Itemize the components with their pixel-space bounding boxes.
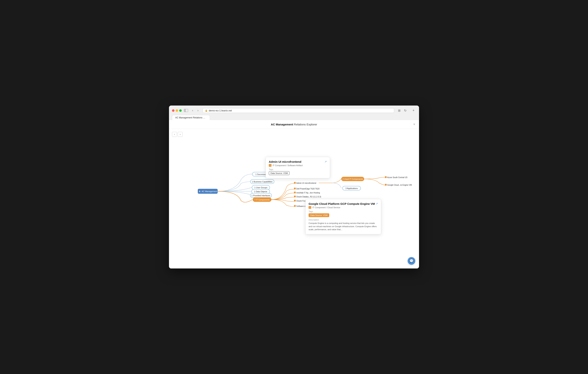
google-cloud-card-header: Google Cloud Platform GCP Compute Engine… (309, 202, 378, 209)
svg-text:1 Data Objects: 1 Data Objects (254, 190, 267, 193)
canvas-nav-left[interactable]: ‹ (172, 132, 177, 137)
google-cloud-type-badge: I (309, 206, 311, 209)
svg-text:Oracle Databa...R2 (11.2.0.3): Oracle Databa...R2 (11.2.0.3) (296, 196, 321, 198)
extensions-button[interactable]: ⊞ (397, 108, 402, 113)
sidebar-toggle-btn[interactable] (184, 109, 188, 112)
app-title-bold: AC Management (271, 123, 293, 126)
svg-rect-24 (294, 205, 296, 207)
minimize-traffic-light[interactable] (176, 109, 178, 112)
svg-text:Admin UI microfrontend: Admin UI microfrontend (296, 182, 316, 184)
app-header: AC Management Relations Explorer × (169, 120, 419, 129)
svg-rect-13 (294, 182, 296, 184)
google-cloud-tag: Data Source: VSM (309, 213, 329, 217)
google-cloud-tags-label: Tags (309, 210, 378, 213)
traffic-lights (172, 109, 182, 112)
admin-ui-card-subtitle: I IT Component / Software Artifact (269, 164, 303, 167)
google-cloud-type-text: IT Component / Cloud Service (312, 206, 340, 209)
google-cloud-card: Google Cloud Platform GCP Compute Engine… (305, 199, 381, 234)
svg-text:7 IT Components: 7 IT Components (254, 199, 270, 201)
admin-ui-tag: Data Source: VSM (269, 171, 289, 175)
svg-rect-22 (294, 200, 296, 202)
chat-button[interactable]: 💬 (408, 257, 415, 265)
admin-ui-card-title: Admin UI microfrontend (269, 160, 303, 163)
tab-bar: AC Management Relations Explorer (172, 115, 416, 120)
app-content: AC Management Relations Explorer × ‹ › A… (169, 120, 419, 268)
maximize-traffic-light[interactable] (179, 109, 182, 112)
google-cloud-external-link[interactable]: ↗ (376, 202, 378, 205)
google-cloud-desc-label: Description (309, 219, 378, 221)
google-cloud-card-subtitle: I IT Component / Cloud Service (309, 206, 376, 209)
url-text: demo-eu-1.leanix.net (209, 109, 232, 112)
svg-text:A
           AC Management: A AC Management (199, 190, 217, 192)
canvas-area: ‹ › A AC Management (169, 129, 419, 268)
lock-icon: 🔒 (205, 109, 208, 112)
svg-text:Dell PowerEdge T620 T620: Dell PowerEdge T620 T620 (296, 188, 320, 190)
svg-text:Google Cloud...te Engine VM: Google Cloud...te Engine VM (387, 184, 412, 186)
svg-text:Azure South Central US: Azure South Central US (387, 176, 408, 179)
new-tab-button[interactable]: + (411, 108, 416, 113)
svg-rect-32 (385, 184, 387, 186)
browser-chrome: ‹ › 🔒 demo-eu-1.leanix.net ⊞ ↻ + AC Mana… (169, 106, 419, 120)
nav-arrows: ‹ › (172, 132, 183, 137)
google-cloud-card-title: Google Cloud Platform GCP Compute Engine… (309, 202, 376, 205)
svg-text:1 User Groups: 1 User Groups (254, 186, 267, 189)
google-cloud-description: Compute Engine is a computing and hostin… (309, 222, 378, 231)
back-button[interactable]: ‹ (190, 108, 195, 113)
svg-text:2 Used IT Components: 2 Used IT Components (343, 178, 363, 180)
app-title: AC Management Relations Explorer (271, 123, 317, 126)
svg-text:meshlab IT Ap...tion Hosting: meshlab IT Ap...tion Hosting (296, 192, 320, 194)
svg-text:1 Provided Interfaces: 1 Provided Interfaces (251, 194, 270, 197)
app-title-rest: Relations Explorer (293, 123, 317, 126)
admin-ui-external-link[interactable]: ↗ (325, 160, 327, 163)
svg-rect-18 (294, 192, 296, 193)
svg-rect-30 (385, 176, 387, 178)
refresh-button[interactable]: ↻ (403, 108, 408, 113)
active-tab[interactable]: AC Management Relations Explorer (172, 115, 210, 120)
app-close-button[interactable]: × (413, 122, 415, 126)
mindmap-svg: A AC Management 1 Successo (169, 129, 419, 268)
canvas-nav-right[interactable]: › (178, 132, 183, 137)
admin-ui-card: Admin UI microfrontend I IT Component / … (266, 157, 330, 178)
browser-window: ‹ › 🔒 demo-eu-1.leanix.net ⊞ ↻ + AC Mana… (169, 106, 419, 268)
svg-text:3 Applications: 3 Applications (346, 187, 358, 190)
close-traffic-light[interactable] (172, 109, 174, 112)
admin-ui-type-text: IT Component / Software Artifact (273, 164, 303, 167)
admin-ui-type-badge: I (269, 164, 272, 167)
browser-nav: ‹ › (190, 108, 200, 113)
admin-ui-card-header: Admin UI microfrontend I IT Component / … (269, 160, 327, 167)
admin-ui-tags-label: Tags (269, 168, 327, 171)
browser-actions: ⊞ ↻ (397, 108, 408, 113)
svg-rect-20 (294, 196, 296, 197)
svg-rect-16 (294, 188, 296, 190)
forward-button[interactable]: › (196, 108, 200, 113)
address-bar[interactable]: 🔒 demo-eu-1.leanix.net (202, 108, 394, 113)
svg-text:1 Business Capabilities: 1 Business Capabilities (252, 181, 273, 183)
